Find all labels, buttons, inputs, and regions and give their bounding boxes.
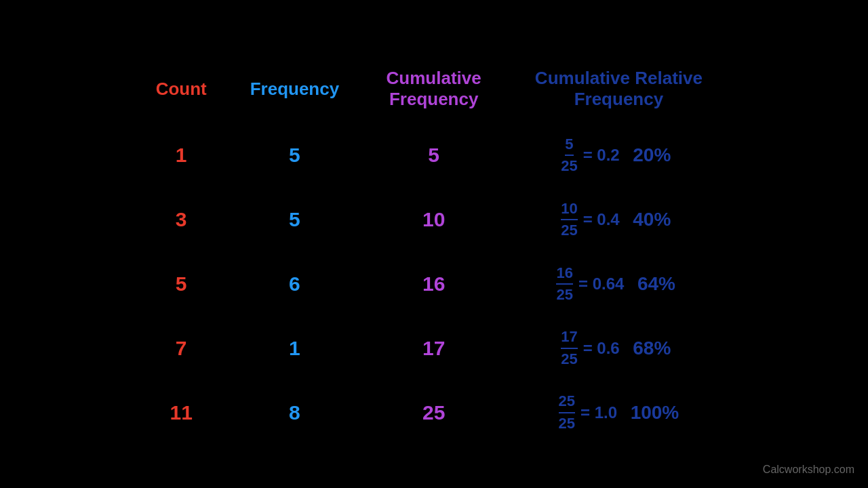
cell-count-4: 11 xyxy=(136,380,226,445)
denominator-0: 25 xyxy=(561,156,577,175)
percent-4: 100% xyxy=(620,402,679,424)
percent-2: 64% xyxy=(627,273,681,295)
denominator-2: 25 xyxy=(556,285,572,304)
frequency-table: Count Frequency CumulativeFrequency Cumu… xyxy=(136,61,732,445)
numerator-1: 10 xyxy=(561,200,577,220)
fraction-2: 16 25 xyxy=(556,264,572,304)
decimal-0: = 0.2 xyxy=(583,146,620,165)
fraction-1: 10 25 xyxy=(561,200,577,240)
denominator-4: 25 xyxy=(559,413,575,432)
decimal-2: = 0.64 xyxy=(578,274,624,293)
fraction-3: 17 25 xyxy=(561,328,577,368)
cell-freq-1: 5 xyxy=(226,188,362,252)
cell-count-0: 1 xyxy=(136,123,226,188)
header-cumulative-frequency: CumulativeFrequency xyxy=(363,61,505,123)
cell-cumrelfreq-4: 25 25 = 1.0 100% xyxy=(505,380,732,445)
table-row: 1 5 5 5 25 = 0.2 20% xyxy=(136,123,732,188)
cell-cumrelfreq-3: 17 25 = 0.6 68% xyxy=(505,316,732,380)
table-row: 7 1 17 17 25 = 0.6 68% xyxy=(136,316,732,380)
main-table-container: Count Frequency CumulativeFrequency Cumu… xyxy=(136,61,732,445)
decimal-4: = 1.0 xyxy=(580,403,617,422)
percent-0: 20% xyxy=(623,144,677,166)
denominator-3: 25 xyxy=(561,349,577,368)
numerator-0: 5 xyxy=(565,136,573,156)
fraction-4: 25 25 xyxy=(559,392,575,432)
cell-count-1: 3 xyxy=(136,188,226,252)
decimal-1: = 0.4 xyxy=(583,210,620,229)
percent-1: 40% xyxy=(623,209,677,230)
cell-cumrelfreq-2: 16 25 = 0.64 64% xyxy=(505,252,732,317)
table-row: 5 6 16 16 25 = 0.64 64% xyxy=(136,252,732,317)
cell-freq-0: 5 xyxy=(226,123,362,188)
cell-freq-2: 6 xyxy=(226,252,362,317)
cell-count-2: 5 xyxy=(136,252,226,317)
header-cumulative-relative-frequency: Cumulative RelativeFrequency xyxy=(505,61,732,123)
cell-cumrelfreq-1: 10 25 = 0.4 40% xyxy=(505,188,732,252)
numerator-4: 25 xyxy=(559,392,575,413)
header-count: Count xyxy=(136,61,226,123)
cell-cumfreq-1: 10 xyxy=(363,188,505,252)
percent-3: 68% xyxy=(623,338,677,359)
cell-cumfreq-2: 16 xyxy=(363,252,505,317)
table-row: 3 5 10 10 25 = 0.4 40% xyxy=(136,188,732,252)
header-frequency: Frequency xyxy=(226,61,362,123)
watermark: Calcworkshop.com xyxy=(763,464,854,476)
numerator-2: 16 xyxy=(556,264,572,285)
numerator-3: 17 xyxy=(561,328,577,348)
cell-freq-4: 8 xyxy=(226,380,362,445)
denominator-1: 25 xyxy=(561,220,577,239)
cell-cumfreq-4: 25 xyxy=(363,380,505,445)
table-row: 11 8 25 25 25 = 1.0 100% xyxy=(136,380,732,445)
fraction-0: 5 25 xyxy=(561,136,577,176)
cell-freq-3: 1 xyxy=(226,316,362,380)
decimal-3: = 0.6 xyxy=(583,339,620,358)
cell-cumfreq-0: 5 xyxy=(363,123,505,188)
cell-cumfreq-3: 17 xyxy=(363,316,505,380)
cell-cumrelfreq-0: 5 25 = 0.2 20% xyxy=(505,123,732,188)
cell-count-3: 7 xyxy=(136,316,226,380)
